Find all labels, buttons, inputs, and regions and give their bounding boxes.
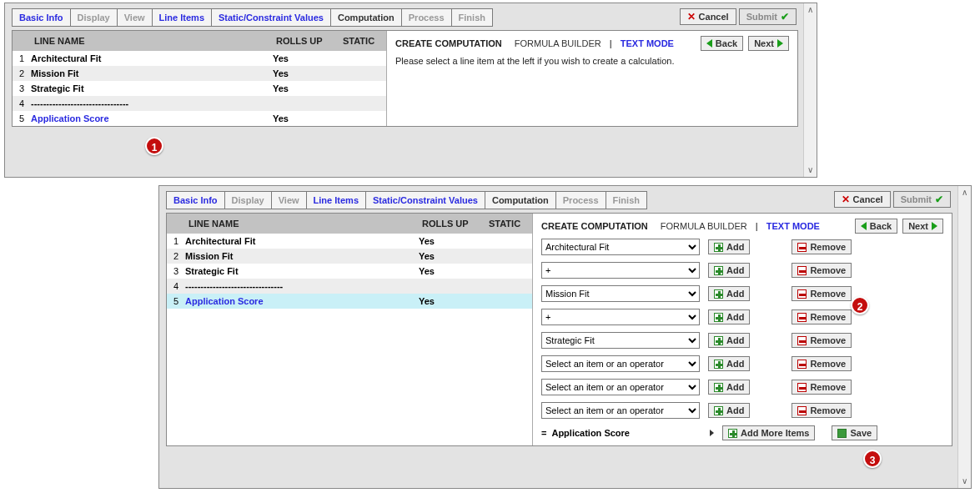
panel-top: ∧ ∨ ✕Cancel Submit✔ Basic InfoDisplayVie…: [4, 3, 817, 8]
scroll-up-icon[interactable]: ∧: [804, 3, 817, 8]
tab-row: ✕Cancel Submit✔ Basic InfoDisplayViewLin…: [5, 3, 803, 8]
scrollbar-vertical[interactable]: ∧ ∨: [803, 3, 817, 8]
